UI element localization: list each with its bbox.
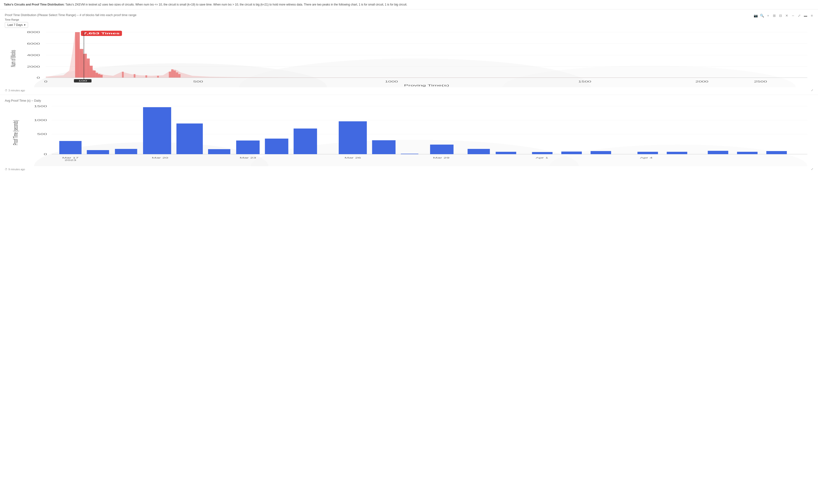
- svg-text:2500: 2500: [754, 80, 767, 83]
- svg-text:Num of Blocks: Num of Blocks: [9, 50, 17, 67]
- svg-rect-64: [143, 107, 171, 154]
- svg-text:2000: 2000: [695, 80, 708, 83]
- histogram-title: Proof Time Distribution (Please Select T…: [5, 13, 813, 17]
- svg-rect-75: [496, 152, 516, 154]
- svg-text:1000: 1000: [385, 80, 398, 83]
- svg-rect-82: [737, 152, 758, 154]
- svg-rect-78: [591, 151, 611, 154]
- expand-icon[interactable]: ⤢: [797, 13, 802, 18]
- svg-rect-63: [115, 149, 137, 154]
- histogram-title-main: Proof Time Distribution (Please Select T…: [5, 13, 76, 17]
- svg-text:Apr 1: Apr 1: [536, 157, 548, 159]
- svg-text:Mar 17: Mar 17: [62, 157, 78, 159]
- histogram-expand-button[interactable]: ⤢: [811, 89, 813, 92]
- svg-text:2023: 2023: [65, 159, 76, 161]
- time-range-label: Time Range: [5, 18, 813, 21]
- svg-text:2000: 2000: [27, 65, 40, 68]
- info-text: Taiko's ZKEVM in testnet a2 uses two siz…: [65, 3, 407, 6]
- svg-rect-66: [208, 149, 231, 154]
- histogram-footer: ⏱ 3 minutes ago ⤢: [5, 89, 813, 92]
- svg-rect-70: [339, 121, 367, 154]
- svg-rect-81: [708, 151, 728, 154]
- svg-rect-80: [667, 152, 687, 154]
- time-range-value: Last 7 Days: [7, 23, 23, 27]
- info-bar: Taiko's Circuits and Proof Time Distribu…: [0, 0, 818, 9]
- clock-icon: ⏱: [5, 89, 7, 92]
- svg-rect-76: [532, 152, 552, 154]
- svg-rect-62: [87, 150, 109, 154]
- svg-text:Apr 4: Apr 4: [640, 157, 653, 159]
- svg-text:7,653 Times: 7,653 Times: [83, 32, 120, 35]
- svg-text:Mar 20: Mar 20: [152, 157, 168, 159]
- histogram-toolbar: 📷 🔍 + ⊞ ⊟ ✕ ↔ ⤢ ▬ ≡: [753, 13, 814, 18]
- svg-rect-72: [401, 154, 418, 154]
- zoom-box-icon[interactable]: ⊞: [772, 13, 777, 18]
- svg-rect-83: [766, 151, 787, 154]
- svg-text:1500: 1500: [34, 105, 47, 108]
- svg-text:1000: 1000: [34, 119, 47, 122]
- chevron-down-icon: ▾: [24, 23, 25, 27]
- barchart-expand-button[interactable]: ⤢: [811, 168, 813, 171]
- histogram-section: Proof Time Distribution (Please Select T…: [0, 9, 818, 95]
- barchart-title: Avg Proof Time (s) – Daily: [5, 99, 813, 102]
- camera-icon[interactable]: 📷: [753, 13, 758, 18]
- reset-icon[interactable]: ✕: [784, 13, 789, 18]
- svg-rect-69: [294, 129, 317, 154]
- svg-rect-74: [468, 149, 490, 154]
- svg-rect-79: [638, 152, 658, 154]
- clock-icon: ⏱: [5, 168, 7, 171]
- svg-rect-71: [372, 140, 396, 154]
- barchart-footer: ⏱ 9 minutes ago ⤢: [5, 168, 813, 171]
- svg-text:6000: 6000: [27, 42, 40, 45]
- svg-rect-68: [265, 139, 289, 154]
- svg-rect-73: [430, 145, 454, 154]
- svg-text:Proving Time(s): Proving Time(s): [404, 84, 449, 87]
- histogram-chart: 8000 6000 4000 2000 0 Num of Blocks 0 10…: [5, 30, 813, 87]
- barchart-subtitle: Daily: [34, 99, 41, 102]
- zoom-out-icon[interactable]: ⊟: [778, 13, 783, 18]
- svg-rect-61: [59, 141, 82, 154]
- barchart-section: Avg Proof Time (s) – Daily 1500 1000 500…: [0, 95, 818, 174]
- pan-icon[interactable]: ↔: [791, 13, 795, 18]
- svg-text:Proof Time (seconds): Proof Time (seconds): [12, 120, 19, 145]
- svg-text:Mar 29: Mar 29: [433, 157, 449, 159]
- svg-text:4000: 4000: [27, 54, 40, 57]
- line-icon[interactable]: ▬: [803, 13, 808, 18]
- svg-text:Mar 26: Mar 26: [345, 157, 361, 159]
- svg-rect-65: [176, 123, 203, 154]
- svg-text:0: 0: [44, 80, 47, 83]
- svg-rect-77: [561, 152, 582, 154]
- barchart-title-main: Avg Proof Time (s): [5, 99, 30, 102]
- histogram-timestamp: ⏱ 3 minutes ago: [5, 89, 25, 92]
- barchart-chart: 1500 1000 500 0 Proof Time (seconds): [5, 104, 813, 166]
- info-bold: Taiko's Circuits and Proof Time Distribu…: [4, 3, 65, 6]
- histogram-dash: –: [76, 13, 79, 17]
- svg-text:0: 0: [44, 153, 47, 156]
- svg-text:8000: 8000: [27, 31, 40, 34]
- zoom-in-icon[interactable]: +: [766, 13, 771, 18]
- svg-text:0: 0: [37, 76, 40, 79]
- menu-icon[interactable]: ≡: [809, 13, 814, 18]
- barchart-timestamp: ⏱ 9 minutes ago: [5, 168, 25, 171]
- svg-rect-67: [236, 141, 260, 154]
- svg-text:500: 500: [37, 133, 47, 135]
- svg-text:Mar 23: Mar 23: [240, 157, 256, 159]
- zoom-icon[interactable]: 🔍: [759, 13, 764, 18]
- svg-text:100: 100: [78, 80, 87, 82]
- svg-text:500: 500: [193, 80, 203, 83]
- svg-text:1500: 1500: [578, 80, 591, 83]
- time-range-select[interactable]: Last 7 Days ▾: [5, 22, 28, 28]
- histogram-subtitle: # of blocks fall into each proof time ra…: [79, 13, 136, 17]
